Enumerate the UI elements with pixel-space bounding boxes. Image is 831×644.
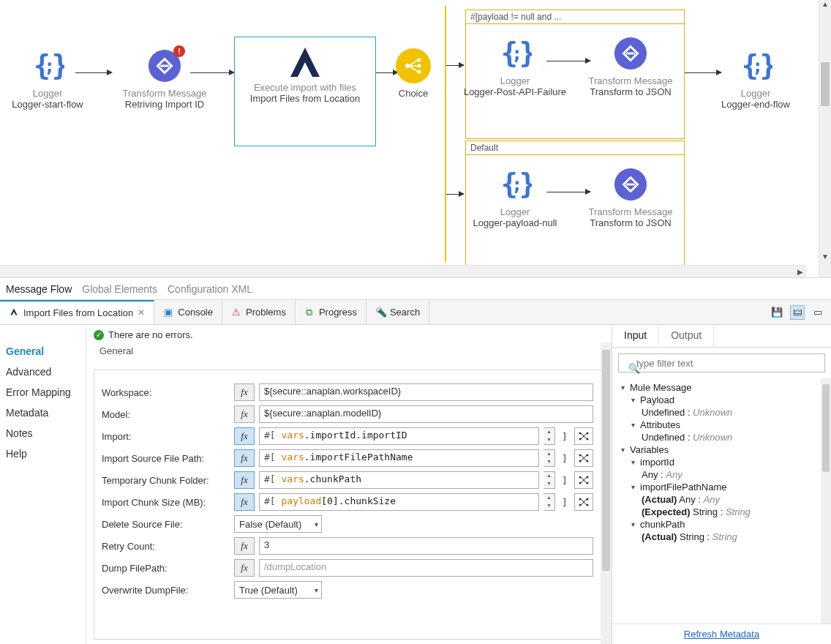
flow-view-tabs: Message Flow Global Elements Configurati… — [0, 278, 831, 300]
spinner-import-source-path[interactable]: ▲▼ — [544, 449, 555, 467]
svg-text:}: } — [760, 49, 772, 82]
nav-item-notes[interactable]: Notes — [0, 423, 86, 443]
flow-canvas[interactable]: {;} Logger Logger-start-flow ! Transform… — [0, 0, 819, 277]
node-execute-import[interactable]: Execute import with files Import Files f… — [234, 37, 376, 146]
select-overwrite-dump[interactable]: True (Default) — [234, 581, 322, 599]
fx-toggle-workspace[interactable]: fx — [234, 383, 255, 401]
node-branch1-logger[interactable]: {;} Logger Logger-Post-API-Failure — [460, 36, 570, 97]
fx-toggle-dump-path[interactable]: fx — [234, 559, 255, 577]
caret-icon[interactable]: ▾ — [628, 396, 637, 404]
tree-node[interactable]: Attributes — [640, 419, 680, 430]
fx-toggle-import[interactable]: fx — [234, 427, 255, 445]
spinner-temp-chunk[interactable]: ▲▼ — [544, 471, 555, 489]
map-button-chunk-size[interactable] — [574, 493, 593, 511]
caret-icon[interactable]: ▾ — [618, 383, 627, 392]
caret-icon[interactable]: ▾ — [628, 483, 637, 491]
editor-tab-import-files[interactable]: Import Files from Location ✕ — [0, 300, 154, 324]
choice-icon — [396, 48, 431, 83]
node-transform-retrieve[interactable]: ! Transform Message Retriving Import ID — [110, 48, 219, 110]
caret-icon[interactable]: ▾ — [628, 458, 637, 466]
close-bracket: ] — [560, 475, 570, 486]
fx-toggle-retry-count[interactable]: fx — [234, 537, 255, 555]
input-temp-chunk[interactable]: #[ vars.chunkPath — [259, 471, 539, 489]
map-button-import[interactable] — [574, 427, 593, 445]
success-icon: ✓ — [94, 330, 104, 340]
tree-v-scrollbar[interactable] — [821, 378, 831, 624]
tree-node[interactable]: importId — [640, 457, 674, 468]
tab-configuration-xml[interactable]: Configuration XML — [168, 283, 252, 295]
spinner-import[interactable]: ▲▼ — [544, 427, 555, 445]
node-logger-end[interactable]: {;} Logger Logger-end-flow — [701, 48, 811, 110]
label-delete-source: Delete Source File: — [102, 519, 230, 530]
choice-branch-2[interactable]: Default {;} Logger Logger-payload-null T… — [465, 141, 685, 270]
tree-node[interactable]: Mule Message — [630, 382, 692, 393]
svg-point-5 — [418, 59, 421, 62]
tree-value: (Actual) String : String — [642, 531, 737, 542]
map-button-import-source-path[interactable] — [574, 449, 593, 467]
editor-tab-console[interactable]: ▣ Console — [154, 300, 222, 324]
canvas-v-scrollbar[interactable]: ▲▼ — [819, 0, 831, 277]
node-type-label: Choice — [380, 88, 446, 99]
io-tab-input[interactable]: Input — [612, 325, 659, 347]
io-tab-output[interactable]: Output — [659, 325, 714, 347]
close-bracket: ] — [560, 497, 570, 508]
tree-node[interactable]: importFilePathName — [640, 482, 727, 493]
input-dump-path[interactable]: /dumpLocation — [259, 559, 593, 577]
fx-toggle-model[interactable]: fx — [234, 405, 255, 423]
properties-form: Workspace: fx ${secure::anaplan.workspac… — [94, 370, 601, 640]
editor-tab-problems[interactable]: ⚠ Problems — [222, 300, 296, 324]
editor-tab-search[interactable]: 🔦 Search — [366, 300, 429, 324]
caret-icon[interactable]: ▾ — [628, 421, 637, 429]
node-branch2-transform[interactable]: Transform Message Transform to JSON — [576, 167, 685, 228]
node-logger-start[interactable]: {;} Logger Logger-start-flow — [0, 48, 102, 110]
node-branch2-logger[interactable]: {;} Logger Logger-payload-null — [460, 167, 570, 228]
metadata-tree[interactable]: ▾Mule Message ▾Payload Undefined : Unkno… — [612, 378, 831, 624]
select-delete-source[interactable]: False (Default) — [234, 515, 322, 533]
node-branch1-transform[interactable]: Transform Message Transform to JSON — [576, 36, 685, 97]
filter-input[interactable] — [618, 353, 825, 372]
tab-global-elements[interactable]: Global Elements — [82, 283, 157, 295]
input-workspace[interactable]: ${secure::anaplan.workspaceID} — [259, 383, 593, 401]
input-import[interactable]: #[ vars.importId.importID — [259, 427, 539, 445]
tree-node[interactable]: Variables — [630, 444, 669, 455]
canvas-h-scrollbar[interactable]: ▶ — [0, 265, 806, 277]
input-retry-count[interactable]: 3 — [259, 537, 593, 555]
input-import-source-path[interactable]: #[ vars.importFilePathName — [259, 449, 539, 467]
nav-item-general[interactable]: General — [0, 341, 86, 362]
choice-divider — [445, 6, 446, 262]
input-model[interactable]: ${secure::anaplan.modelID} — [259, 405, 593, 423]
editor-tab-progress[interactable]: ⧉ Progress — [296, 300, 366, 324]
node-name-label: Logger-Post-API-Failure — [460, 86, 570, 97]
choice-branch-1[interactable]: #[payload != null and ... {;} Logger Log… — [465, 10, 685, 139]
tree-node[interactable]: Payload — [640, 394, 674, 405]
save-icon[interactable]: 💾 — [770, 305, 784, 320]
nav-item-metadata[interactable]: Metadata — [0, 402, 86, 423]
properties-area: General Advanced Error Mapping Metadata … — [0, 325, 831, 644]
map-button-temp-chunk[interactable] — [574, 471, 593, 489]
nav-item-advanced[interactable]: Advanced — [0, 362, 86, 382]
nav-item-error-mapping[interactable]: Error Mapping — [0, 382, 86, 402]
caret-icon[interactable]: ▾ — [628, 520, 637, 528]
tab-message-flow[interactable]: Message Flow — [6, 283, 72, 295]
fx-toggle-chunk-size[interactable]: fx — [234, 493, 255, 511]
spinner-chunk-size[interactable]: ▲▼ — [544, 493, 555, 511]
logger-icon: {;} — [738, 48, 773, 83]
logger-icon: {;} — [30, 48, 65, 83]
label-model: Model: — [102, 409, 230, 420]
node-choice[interactable]: Choice — [380, 48, 446, 99]
search-icon: 🔍 — [628, 363, 640, 374]
refresh-metadata-link[interactable]: Refresh Metadata — [684, 629, 759, 640]
logger-icon: {;} — [497, 36, 533, 71]
tree-node[interactable]: chunkPath — [640, 519, 685, 530]
fx-toggle-import-source-path[interactable]: fx — [234, 449, 255, 467]
fx-toggle-temp-chunk[interactable]: fx — [234, 471, 255, 489]
caret-icon[interactable]: ▾ — [618, 446, 627, 454]
tree-view-icon[interactable]: 🜲 — [790, 305, 805, 320]
form-v-scrollbar[interactable] — [601, 342, 612, 644]
nav-item-help[interactable]: Help — [0, 443, 86, 464]
restore-view-icon[interactable]: ▭ — [811, 305, 825, 320]
svg-text:}: } — [519, 37, 532, 70]
tree-value: Undefined : Unknown — [642, 432, 732, 443]
input-chunk-size[interactable]: #[ payload[0].chunkSize — [259, 493, 539, 511]
close-icon[interactable]: ✕ — [138, 307, 145, 318]
